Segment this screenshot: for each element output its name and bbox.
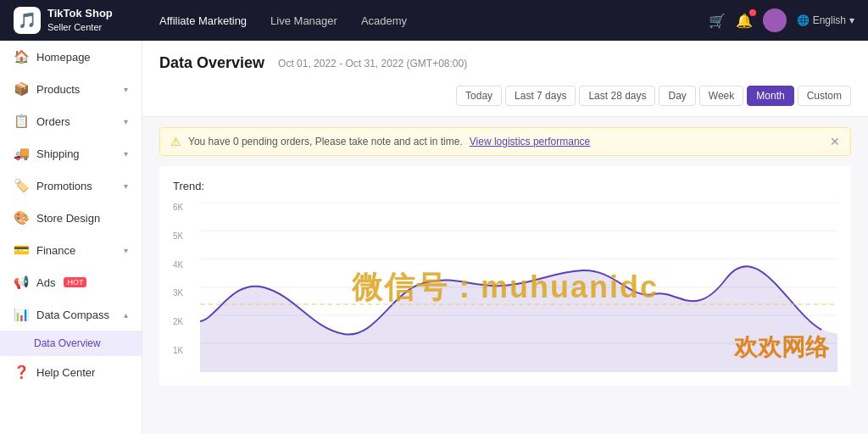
chevron-down-icon: ▾ bbox=[124, 246, 128, 255]
alert-icon: ⚠ bbox=[170, 135, 181, 148]
chart-container: 6K 5K 4K 3K 2K 1K bbox=[173, 203, 837, 372]
store-design-icon: 🎨 bbox=[14, 210, 30, 225]
alert-close-button[interactable]: ✕ bbox=[830, 135, 840, 148]
filter-week[interactable]: Week bbox=[699, 86, 743, 106]
chevron-down-icon: ▾ bbox=[124, 149, 128, 159]
nav-academy[interactable]: Academy bbox=[361, 14, 407, 27]
hot-badge: HOT bbox=[64, 277, 86, 287]
home-icon: 🏠 bbox=[14, 49, 30, 64]
bell-icon[interactable]: 🔔 bbox=[736, 13, 753, 29]
avatar[interactable] bbox=[763, 8, 787, 32]
sub-item-data-overview[interactable]: Data Overview bbox=[0, 331, 142, 356]
filter-day[interactable]: Day bbox=[659, 86, 695, 106]
logo-text: TikTok Shop Seller Center bbox=[47, 7, 113, 33]
sidebar-item-finance[interactable]: 💳 Finance ▾ bbox=[0, 234, 142, 266]
sidebar-item-products[interactable]: 📦 Products ▾ bbox=[0, 73, 142, 105]
nav-right-area: 🛒 🔔 🌐 English ▾ bbox=[709, 8, 854, 32]
main-layout: 🏠 Homepage 📦 Products ▾ 📋 Orders ▾ 🚚 Shi… bbox=[0, 41, 868, 434]
filter-today[interactable]: Today bbox=[456, 86, 502, 106]
page-title: Data Overview bbox=[159, 54, 264, 72]
nav-links: Affiliate Marketing Live Manager Academy bbox=[159, 14, 682, 27]
alert-text: You have 0 pending orders, Please take n… bbox=[188, 136, 463, 147]
notification-badge bbox=[749, 9, 756, 16]
top-navigation: 🎵 TikTok Shop Seller Center Affiliate Ma… bbox=[0, 0, 868, 41]
chart-label: Trend: bbox=[173, 180, 837, 192]
sidebar-item-store-design[interactable]: 🎨 Store Design bbox=[0, 202, 142, 234]
date-filter-group: Today Last 7 days Last 28 days Day Week … bbox=[456, 86, 851, 106]
sidebar-item-orders[interactable]: 📋 Orders ▾ bbox=[0, 105, 142, 137]
alert-link[interactable]: View logistics performance bbox=[470, 136, 591, 147]
chevron-down-icon: ▾ bbox=[124, 85, 128, 94]
nav-affiliate-marketing[interactable]: Affiliate Marketing bbox=[159, 14, 247, 27]
y-axis: 6K 5K 4K 3K 2K 1K bbox=[173, 203, 198, 355]
chevron-down-icon: ▾ bbox=[124, 181, 128, 191]
logo-area: 🎵 TikTok Shop Seller Center bbox=[14, 7, 132, 34]
filter-last28[interactable]: Last 28 days bbox=[579, 86, 655, 106]
trend-chart bbox=[200, 203, 837, 372]
finance-icon: 💳 bbox=[14, 242, 30, 258]
logo-icon: 🎵 bbox=[14, 7, 41, 34]
products-icon: 📦 bbox=[14, 81, 30, 97]
help-icon: ❓ bbox=[14, 364, 30, 380]
chevron-down-icon: ▾ bbox=[124, 117, 128, 126]
sidebar-item-help-center[interactable]: ❓ Help Center bbox=[0, 356, 142, 388]
chart-section: Trend: 6K 5K 4K 3K 2K 1K bbox=[159, 166, 851, 386]
main-content: Data Overview Oct 01, 2022 - Oct 31, 202… bbox=[142, 41, 868, 434]
sidebar-item-promotions[interactable]: 🏷️ Promotions ▾ bbox=[0, 170, 142, 202]
language-selector[interactable]: 🌐 English ▾ bbox=[797, 14, 854, 26]
shop-icon[interactable]: 🛒 bbox=[709, 13, 726, 29]
ads-icon: 📢 bbox=[14, 275, 30, 290]
filter-custom[interactable]: Custom bbox=[798, 86, 851, 106]
content-header: Data Overview Oct 01, 2022 - Oct 31, 202… bbox=[142, 41, 868, 117]
promotions-icon: 🏷️ bbox=[14, 178, 30, 193]
filter-last7[interactable]: Last 7 days bbox=[505, 86, 576, 106]
nav-live-manager[interactable]: Live Manager bbox=[270, 14, 337, 27]
alert-bar: ⚠ You have 0 pending orders, Please take… bbox=[159, 127, 851, 156]
sidebar-item-homepage[interactable]: 🏠 Homepage bbox=[0, 41, 142, 73]
shipping-icon: 🚚 bbox=[14, 146, 30, 161]
date-range-label: Oct 01, 2022 - Oct 31, 2022 (GMT+08:00) bbox=[278, 58, 467, 70]
sidebar: 🏠 Homepage 📦 Products ▾ 📋 Orders ▾ 🚚 Shi… bbox=[0, 41, 142, 434]
sidebar-item-data-compass[interactable]: 📊 Data Compass ▴ bbox=[0, 298, 142, 331]
filter-month[interactable]: Month bbox=[747, 86, 793, 106]
chevron-up-icon: ▴ bbox=[124, 310, 128, 320]
data-compass-icon: 📊 bbox=[14, 307, 30, 322]
sidebar-item-shipping[interactable]: 🚚 Shipping ▾ bbox=[0, 137, 142, 170]
sidebar-item-ads[interactable]: 📢 Ads HOT bbox=[0, 266, 142, 298]
orders-icon: 📋 bbox=[14, 114, 30, 129]
